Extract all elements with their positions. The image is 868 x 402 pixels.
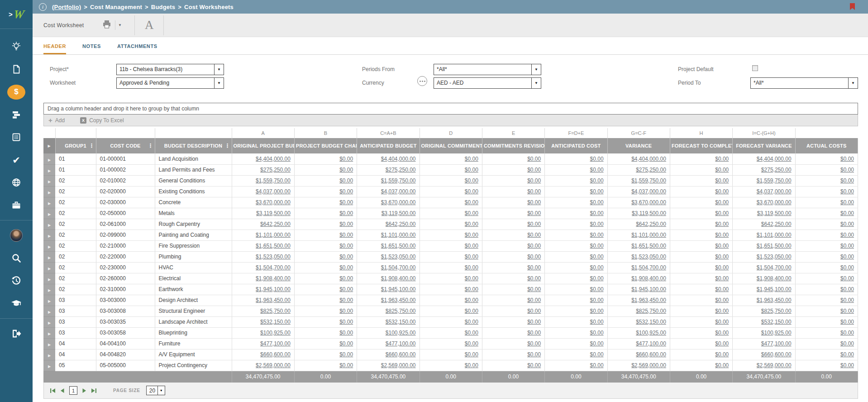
amount-link[interactable]: $0.00	[339, 199, 353, 206]
amount-link[interactable]: $0.00	[465, 297, 478, 303]
amount-link[interactable]: $275,250.00	[260, 167, 291, 173]
amount-link[interactable]: $0.00	[590, 156, 604, 162]
amount-link[interactable]: $1,963,450.00	[381, 297, 416, 303]
amount-link[interactable]: $0.00	[339, 254, 353, 260]
row-expander[interactable]: ▶	[43, 208, 55, 219]
print-options-caret-icon[interactable]: ▼	[115, 20, 124, 30]
amount-link[interactable]: $100,925.00	[636, 330, 666, 336]
amount-link[interactable]: $0.00	[840, 156, 854, 162]
amount-link[interactable]: $0.00	[715, 340, 729, 347]
worksheet-select[interactable]: Approved & Pending ▼	[116, 77, 224, 89]
amount-link[interactable]: $0.00	[339, 177, 353, 184]
tab-notes[interactable]: NOTES	[82, 43, 101, 54]
amount-link[interactable]: $0.00	[527, 340, 541, 347]
amount-link[interactable]: $660,600.00	[761, 351, 792, 358]
amount-link[interactable]: $0.00	[715, 221, 729, 227]
amount-link[interactable]: $0.00	[715, 254, 729, 260]
row-expander[interactable]: ▶	[43, 360, 55, 371]
amount-link[interactable]: $532,150.00	[260, 319, 291, 325]
amount-link[interactable]: $0.00	[465, 286, 478, 292]
amount-link[interactable]: $477,100.00	[386, 340, 416, 347]
amount-link[interactable]: $0.00	[465, 275, 478, 282]
amount-link[interactable]: $0.00	[465, 243, 478, 249]
amount-link[interactable]: $0.00	[465, 177, 478, 184]
amount-link[interactable]: $825,750.00	[260, 308, 291, 314]
amount-link[interactable]: $0.00	[840, 330, 854, 336]
sidebar-expand-icon[interactable]: >	[9, 10, 13, 18]
amount-link[interactable]: $0.00	[715, 177, 729, 184]
amount-link[interactable]: $642,250.00	[636, 221, 666, 227]
sidebar-item-company[interactable]	[0, 126, 33, 148]
amount-link[interactable]: $0.00	[715, 297, 729, 303]
column-menu-icon[interactable]: ⋮	[225, 143, 230, 149]
amount-link[interactable]: $4,037,000.00	[757, 188, 792, 195]
amount-link[interactable]: $1,651,500.00	[381, 243, 416, 249]
amount-link[interactable]: $0.00	[527, 210, 541, 216]
chevron-down-icon[interactable]: ▼	[848, 78, 858, 88]
amount-link[interactable]: $477,100.00	[260, 340, 291, 347]
amount-link[interactable]: $0.00	[339, 362, 353, 368]
amount-link[interactable]: $1,101,000.00	[631, 232, 666, 238]
amount-link[interactable]: $0.00	[339, 243, 353, 249]
amount-link[interactable]: $0.00	[339, 286, 353, 292]
row-expander[interactable]: ▶	[43, 175, 55, 186]
amount-link[interactable]: $0.00	[840, 188, 854, 195]
sidebar-item-documents[interactable]	[0, 58, 33, 81]
column-header-variance[interactable]: VARIANCE	[607, 138, 670, 153]
row-expander[interactable]: ▶	[43, 349, 55, 360]
amount-link[interactable]: $0.00	[527, 232, 541, 238]
amount-link[interactable]: $0.00	[465, 264, 478, 271]
sidebar-item-profile[interactable]	[0, 224, 33, 247]
amount-link[interactable]: $1,559,750.00	[381, 177, 416, 184]
column-header-forecast-variance[interactable]: FORECAST VARIANCE	[733, 138, 795, 153]
amount-link[interactable]: $1,963,450.00	[757, 297, 792, 303]
row-expander[interactable]: ▶	[43, 164, 55, 175]
amount-link[interactable]: $0.00	[840, 351, 854, 358]
amount-link[interactable]: $1,504,700.00	[381, 264, 416, 271]
amount-link[interactable]: $0.00	[590, 297, 604, 303]
amount-link[interactable]: $642,250.00	[260, 221, 291, 227]
first-page-button[interactable]	[49, 387, 57, 394]
amount-link[interactable]: $0.00	[339, 167, 353, 173]
amount-link[interactable]: $0.00	[527, 156, 541, 162]
amount-link[interactable]: $4,037,000.00	[631, 188, 666, 195]
amount-link[interactable]: $1,523,050.00	[757, 254, 792, 260]
sidebar-item-logout[interactable]	[0, 322, 33, 345]
row-expander[interactable]: ▶	[43, 295, 55, 306]
amount-link[interactable]: $0.00	[590, 319, 604, 325]
amount-link[interactable]: $0.00	[840, 362, 854, 368]
page-size-select[interactable]: 20 ▼	[146, 386, 165, 395]
amount-link[interactable]: $275,250.00	[636, 167, 666, 173]
amount-link[interactable]: $0.00	[715, 264, 729, 271]
amount-link[interactable]: $0.00	[465, 210, 478, 216]
column-header-commitments-revisio[interactable]: COMMITMENTS REVISIO	[482, 138, 544, 153]
project-default-checkbox[interactable]	[752, 65, 758, 71]
amount-link[interactable]: $1,908,400.00	[381, 275, 416, 282]
amount-link[interactable]: $0.00	[715, 199, 729, 206]
amount-link[interactable]: $532,150.00	[761, 319, 792, 325]
amount-link[interactable]: $2,569,000.00	[381, 362, 416, 368]
amount-link[interactable]: $3,670,000.00	[757, 199, 792, 206]
amount-link[interactable]: $275,250.00	[386, 167, 416, 173]
amount-link[interactable]: $1,908,400.00	[757, 275, 792, 282]
sidebar-item-tasks[interactable]: ✔	[0, 148, 33, 171]
amount-link[interactable]: $477,100.00	[636, 340, 666, 347]
amount-link[interactable]: $0.00	[840, 286, 854, 292]
column-header-forecast-to-complet[interactable]: FORECAST TO COMPLET	[670, 138, 732, 153]
column-header-anticipated-budget[interactable]: ANTICIPATED BUDGET	[357, 138, 420, 153]
amount-link[interactable]: $1,945,100.00	[256, 286, 291, 292]
row-expander[interactable]: ▶	[43, 219, 55, 230]
breadcrumb-item[interactable]: Cost Worksheets	[184, 4, 234, 10]
amount-link[interactable]: $660,600.00	[636, 351, 666, 358]
amount-link[interactable]: $642,250.00	[386, 221, 416, 227]
amount-link[interactable]: $1,504,700.00	[631, 264, 666, 271]
amount-link[interactable]: $0.00	[590, 264, 604, 271]
amount-link[interactable]: $0.00	[465, 167, 478, 173]
column-header-cost-code[interactable]: COST CODE⋮	[96, 138, 155, 153]
amount-link[interactable]: $0.00	[715, 275, 729, 282]
amount-link[interactable]: $0.00	[590, 177, 604, 184]
amount-link[interactable]: $0.00	[590, 243, 604, 249]
amount-link[interactable]: $0.00	[527, 243, 541, 249]
amount-link[interactable]: $0.00	[465, 319, 478, 325]
amount-link[interactable]: $0.00	[339, 297, 353, 303]
